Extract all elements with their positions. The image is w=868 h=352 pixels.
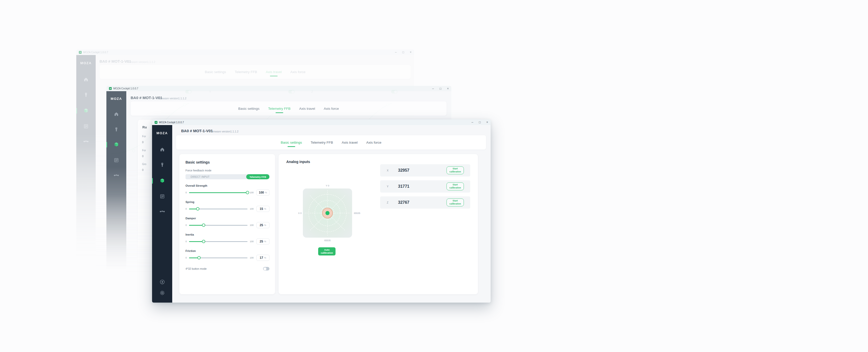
slider-track[interactable] (189, 225, 247, 226)
slider-handle[interactable] (202, 224, 206, 227)
start-calibration-button[interactable]: Start calibration (446, 199, 464, 206)
sidebar-item-handbrake[interactable] (76, 92, 96, 97)
slider-track[interactable] (189, 192, 247, 193)
minimize-button[interactable]: – (432, 87, 434, 90)
tab-telemetry-ffb[interactable]: Telemetry FFB (310, 139, 334, 146)
radar-bottom-label: 65535 (324, 239, 331, 242)
slider-spring: Spring 0 100 15% (185, 201, 270, 212)
panel-title: Basic settings (185, 160, 270, 164)
telemetry-ffb-button[interactable]: Telemetry FFB (246, 174, 270, 179)
slider-handle[interactable] (196, 207, 199, 211)
sidebar-item-chassis[interactable] (152, 209, 172, 214)
basic-settings-panel: Basic settings Force feedback mode DIREC… (179, 154, 275, 294)
analog-axis-row-x: X 32957 Start calibration (380, 164, 470, 177)
tab-telemetry-ffb[interactable]: Telemetry FFB (234, 68, 258, 76)
slider-value-input[interactable]: 100% (256, 189, 270, 196)
settings-gear-icon (159, 290, 165, 296)
firmware-version: Firmware version1.1.1.2 (158, 97, 187, 100)
tab-axis-force[interactable]: Axis force (323, 105, 339, 113)
close-button[interactable]: × (447, 87, 449, 90)
sidebar-item-buttonbox[interactable] (152, 194, 172, 199)
axis-value: 32767 (398, 200, 409, 205)
tab-axis-travel[interactable]: Axis travel (341, 139, 358, 146)
sidebar-item-handbrake[interactable] (152, 162, 172, 167)
slider-track[interactable] (189, 241, 247, 242)
tab-basic-settings[interactable]: Basic settings (205, 68, 226, 76)
firmware-version: Firmware version1.1.1.2 (127, 60, 155, 63)
slider-max: 100 (250, 208, 254, 210)
slider-min: 0 (185, 224, 187, 226)
buttonbox-icon (160, 194, 165, 199)
slider-value-input[interactable]: 25% (256, 238, 270, 245)
close-button[interactable]: × (486, 121, 488, 124)
sidebar-item-chassis[interactable] (106, 173, 126, 178)
axis-value: 31771 (398, 184, 409, 189)
window-title: MOZA Cockpit 1.0.0.7 (159, 121, 184, 124)
auto-calibration-button[interactable]: Auto calibration (318, 247, 336, 255)
sidebar: MOZA (106, 91, 126, 279)
home-icon (84, 77, 89, 82)
sidebar-item-home[interactable] (106, 112, 126, 117)
tab-bar: Basic settings Telemetry FFB Axis travel… (99, 65, 411, 79)
tab-bar: Basic settings Telemetry FFB Axis travel… (176, 135, 486, 149)
axis-label: X (387, 169, 389, 172)
slider-handle[interactable] (202, 240, 206, 243)
sidebar-item-home[interactable] (152, 147, 172, 152)
minimize-button[interactable]: – (471, 121, 473, 124)
maximize-button[interactable]: □ (440, 87, 441, 90)
sidebar-item-device[interactable] (76, 108, 96, 113)
slider-handle[interactable] (246, 191, 249, 194)
sidebar-item-device[interactable] (106, 142, 126, 147)
sidebar-item-handbrake[interactable] (106, 127, 126, 132)
handbrake-icon (160, 162, 165, 167)
maximize-button[interactable]: □ (479, 121, 481, 124)
slider-min: 0 (185, 240, 187, 243)
sidebar-item-settings[interactable] (152, 290, 172, 296)
button-mode-toggle[interactable] (263, 267, 270, 271)
firmware-version: Firmware version1.1.1.2 (210, 130, 239, 133)
slider-value-input[interactable]: 17% (256, 255, 270, 261)
sidebar-item-device[interactable] (152, 178, 172, 183)
tab-basic-settings[interactable]: Basic settings (280, 139, 302, 146)
ffb-mode-value: DIRECT INPUT (191, 175, 210, 178)
buttonbox-icon (84, 124, 89, 129)
tab-basic-settings[interactable]: Basic settings (238, 105, 260, 113)
tab-axis-force[interactable]: Axis force (290, 68, 306, 76)
slider-min: 0 (185, 256, 187, 259)
sidebar-item-buttonbox[interactable] (106, 158, 126, 163)
sidebar-item-buttonbox[interactable] (76, 124, 96, 129)
desktop-background: MOZA Cockpit 1.0.0.7 – □ × MOZA BA0 # MO… (0, 0, 868, 352)
setting-value: 0 (142, 169, 144, 171)
close-button[interactable]: × (410, 51, 411, 54)
minimize-button[interactable]: – (395, 51, 397, 54)
start-calibration-button[interactable]: Start calibration (446, 182, 464, 190)
home-icon (114, 112, 119, 117)
slider-max: 100 (250, 224, 254, 226)
app-logo-icon (79, 51, 82, 54)
tab-telemetry-ffb[interactable]: Telemetry FFB (268, 105, 291, 113)
tab-axis-travel[interactable]: Axis travel (265, 68, 282, 76)
sidebar-item-chassis[interactable] (76, 139, 96, 144)
slider-value-input[interactable]: 25% (256, 222, 270, 228)
start-calibration-button[interactable]: Start calibration (446, 166, 464, 174)
panel-heading: Ru (143, 125, 147, 129)
slider-track[interactable] (189, 209, 247, 209)
sidebar: MOZA (76, 55, 96, 274)
maximize-button[interactable]: □ (402, 51, 404, 54)
slider-min: 0 (185, 191, 187, 194)
sidebar-item-firmware-update[interactable] (152, 279, 172, 285)
tab-axis-force[interactable]: Axis force (366, 139, 382, 146)
moza-logo: MOZA (152, 132, 172, 135)
slider-max: 100 (250, 191, 254, 194)
slider-handle[interactable] (197, 256, 200, 259)
analog-axis-row-z: Z 32767 Start calibration (380, 197, 470, 209)
axis-label: Y (387, 185, 389, 188)
slider-track[interactable] (189, 257, 247, 258)
firmware-update-icon (159, 279, 165, 285)
sidebar-item-home[interactable] (76, 77, 96, 82)
device-name: BA0 # MOT-1-V01 (181, 129, 213, 133)
slider-value-input[interactable]: 15% (256, 206, 270, 212)
analog-input-radar: Y 0 X 0 65535 65535 (303, 188, 352, 238)
tab-axis-travel[interactable]: Axis travel (299, 105, 316, 113)
ffb-mode-label: Force feedback mode (185, 169, 270, 172)
